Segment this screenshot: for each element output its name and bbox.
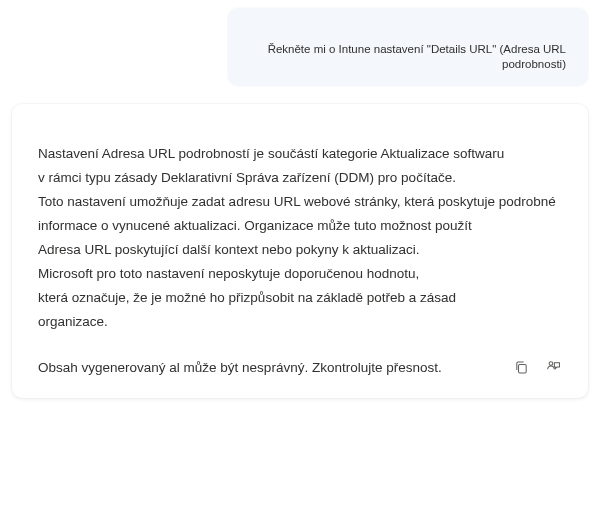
user-message-text: Řekněte mi o Intune nastavení "Details U… [250,42,566,72]
svg-point-1 [549,361,553,365]
svg-rect-0 [518,364,526,373]
assistant-line: v rámci typu zásady Deklarativní Správa … [38,166,562,190]
assistant-line: Adresa URL poskytující další kontext neb… [38,238,562,262]
chat-container: Řekněte mi o Intune nastavení "Details U… [12,8,588,398]
assistant-message-body: Nastavení Adresa URL podrobností je souč… [38,142,562,334]
assistant-line: která označuje, že je možné ho přizpůsob… [38,286,562,310]
assistant-line: Nastavení Adresa URL podrobností je souč… [38,142,562,166]
assistant-line: Microsoft pro toto nastavení neposkytuje… [38,262,562,286]
copy-icon[interactable] [512,358,530,376]
assistant-message-bubble: Nastavení Adresa URL podrobností je souč… [12,104,588,398]
assistant-line: organizace. [38,310,562,334]
assistant-footer: Obsah vygenerovaný al může být nesprávný… [38,358,562,376]
feedback-icon[interactable] [544,358,562,376]
assistant-line: Toto nastavení umožňuje zadat adresu URL… [38,190,562,214]
ai-disclaimer-text: Obsah vygenerovaný al může být nesprávný… [38,360,502,375]
assistant-line: informace o vynucené aktualizaci. Organi… [38,214,562,238]
footer-actions [512,358,562,376]
user-message-bubble: Řekněte mi o Intune nastavení "Details U… [228,8,588,86]
